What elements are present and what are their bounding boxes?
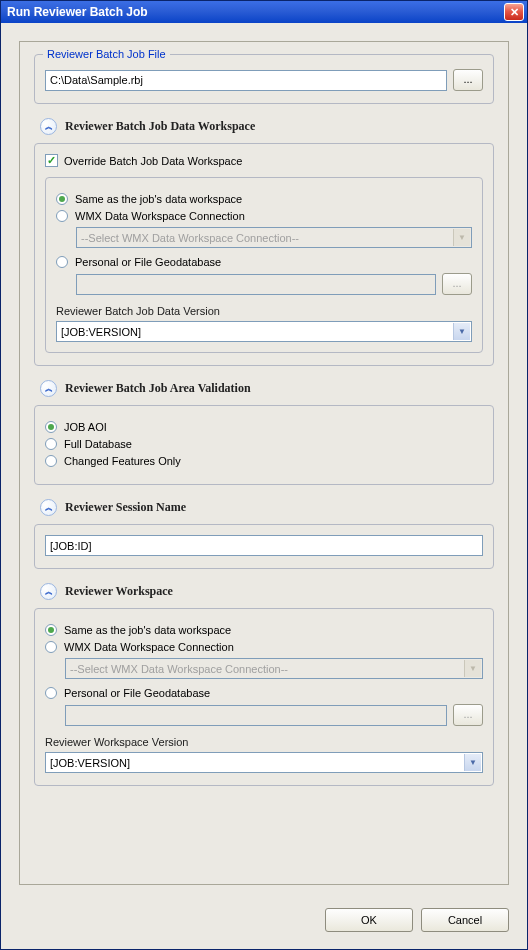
- override-checkbox-row[interactable]: ✓ Override Batch Job Data Workspace: [45, 154, 483, 167]
- data-workspace-title: Reviewer Batch Job Data Workspace: [65, 119, 255, 134]
- area-validation-title: Reviewer Batch Job Area Validation: [65, 381, 251, 396]
- rw-radio-same-row[interactable]: Same as the job's data workspace: [45, 624, 483, 636]
- reviewer-workspace-group: Same as the job's data workspace WMX Dat…: [34, 608, 494, 786]
- radio-full-db[interactable]: [45, 438, 57, 450]
- reviewer-workspace-title: Reviewer Workspace: [65, 584, 173, 599]
- rw-personal-gdb-path: [65, 705, 447, 726]
- rw-version-value: [JOB:VERSION]: [50, 757, 130, 769]
- collapse-icon[interactable]: ︽: [40, 583, 57, 600]
- rw-wmx-select-placeholder: --Select WMX Data Workspace Connection--: [70, 663, 288, 675]
- chevron-down-icon: ▼: [464, 754, 481, 771]
- reviewer-workspace-heading: ︽ Reviewer Workspace: [40, 583, 494, 600]
- radio-same[interactable]: [56, 193, 68, 205]
- radio-full-db-label: Full Database: [64, 438, 132, 450]
- rw-radio-same-label: Same as the job's data workspace: [64, 624, 231, 636]
- batch-file-group: Reviewer Batch Job File ...: [34, 54, 494, 104]
- personal-gdb-browse-button: ...: [442, 273, 472, 295]
- collapse-icon[interactable]: ︽: [40, 118, 57, 135]
- batch-file-browse-button[interactable]: ...: [453, 69, 483, 91]
- content-area: Reviewer Batch Job File ... ︽ Reviewer B…: [1, 23, 527, 903]
- data-version-select[interactable]: [JOB:VERSION] ▼: [56, 321, 472, 342]
- rw-radio-personal-label: Personal or File Geodatabase: [64, 687, 210, 699]
- override-label: Override Batch Job Data Workspace: [64, 155, 242, 167]
- close-button[interactable]: ✕: [504, 3, 524, 21]
- wmx-connection-select: --Select WMX Data Workspace Connection--…: [76, 227, 472, 248]
- close-icon: ✕: [510, 6, 519, 19]
- radio-personal-row[interactable]: Personal or File Geodatabase: [56, 256, 472, 268]
- wmx-select-placeholder: --Select WMX Data Workspace Connection--: [81, 232, 299, 244]
- session-name-input[interactable]: [45, 535, 483, 556]
- rw-personal-gdb-browse-button: ...: [453, 704, 483, 726]
- collapse-icon[interactable]: ︽: [40, 380, 57, 397]
- radio-personal[interactable]: [56, 256, 68, 268]
- session-name-heading: ︽ Reviewer Session Name: [40, 499, 494, 516]
- rw-wmx-connection-select: --Select WMX Data Workspace Connection--…: [65, 658, 483, 679]
- chevron-down-icon: ▼: [464, 660, 481, 677]
- override-checkbox[interactable]: ✓: [45, 154, 58, 167]
- radio-full-db-row[interactable]: Full Database: [45, 438, 483, 450]
- radio-wmx[interactable]: [56, 210, 68, 222]
- rw-radio-personal[interactable]: [45, 687, 57, 699]
- radio-wmx-row[interactable]: WMX Data Workspace Connection: [56, 210, 472, 222]
- radio-changed[interactable]: [45, 455, 57, 467]
- rw-radio-wmx[interactable]: [45, 641, 57, 653]
- dialog-footer: OK Cancel: [1, 903, 527, 949]
- ok-button[interactable]: OK: [325, 908, 413, 932]
- radio-job-aoi-label: JOB AOI: [64, 421, 107, 433]
- data-version-value: [JOB:VERSION]: [61, 326, 141, 338]
- area-validation-group: JOB AOI Full Database Changed Features O…: [34, 405, 494, 485]
- radio-job-aoi[interactable]: [45, 421, 57, 433]
- rw-radio-personal-row[interactable]: Personal or File Geodatabase: [45, 687, 483, 699]
- data-workspace-group: ✓ Override Batch Job Data Workspace Same…: [34, 143, 494, 366]
- rw-radio-same[interactable]: [45, 624, 57, 636]
- radio-changed-label: Changed Features Only: [64, 455, 181, 467]
- radio-wmx-label: WMX Data Workspace Connection: [75, 210, 245, 222]
- rw-radio-wmx-label: WMX Data Workspace Connection: [64, 641, 234, 653]
- radio-changed-row[interactable]: Changed Features Only: [45, 455, 483, 467]
- cancel-button[interactable]: Cancel: [421, 908, 509, 932]
- window-title: Run Reviewer Batch Job: [7, 5, 504, 19]
- batch-file-path-input[interactable]: [45, 70, 447, 91]
- data-version-label: Reviewer Batch Job Data Version: [56, 305, 472, 317]
- personal-gdb-path: [76, 274, 436, 295]
- rw-version-label: Reviewer Workspace Version: [45, 736, 483, 748]
- radio-same-label: Same as the job's data workspace: [75, 193, 242, 205]
- title-bar: Run Reviewer Batch Job ✕: [1, 1, 527, 23]
- session-name-title: Reviewer Session Name: [65, 500, 186, 515]
- rw-radio-wmx-row[interactable]: WMX Data Workspace Connection: [45, 641, 483, 653]
- dialog-window: Run Reviewer Batch Job ✕ Reviewer Batch …: [0, 0, 528, 950]
- rw-version-select[interactable]: [JOB:VERSION] ▼: [45, 752, 483, 773]
- data-workspace-options: Same as the job's data workspace WMX Dat…: [45, 177, 483, 353]
- chevron-down-icon: ▼: [453, 229, 470, 246]
- chevron-down-icon: ▼: [453, 323, 470, 340]
- area-validation-heading: ︽ Reviewer Batch Job Area Validation: [40, 380, 494, 397]
- radio-same-row[interactable]: Same as the job's data workspace: [56, 193, 472, 205]
- data-workspace-heading: ︽ Reviewer Batch Job Data Workspace: [40, 118, 494, 135]
- main-panel: Reviewer Batch Job File ... ︽ Reviewer B…: [19, 41, 509, 885]
- batch-file-legend: Reviewer Batch Job File: [43, 48, 170, 60]
- collapse-icon[interactable]: ︽: [40, 499, 57, 516]
- radio-job-aoi-row[interactable]: JOB AOI: [45, 421, 483, 433]
- session-name-group: [34, 524, 494, 569]
- radio-personal-label: Personal or File Geodatabase: [75, 256, 221, 268]
